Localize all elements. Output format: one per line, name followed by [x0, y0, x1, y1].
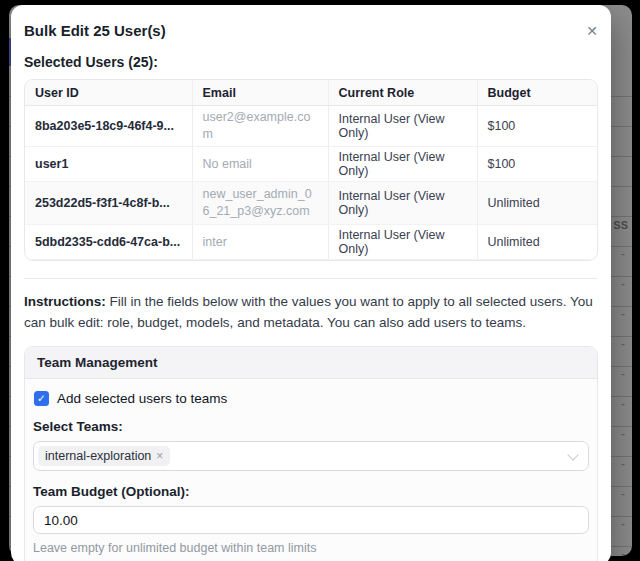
cell-role: Internal User (View Only)	[328, 106, 477, 147]
cell-email: inter	[192, 225, 328, 260]
selected-users-label: Selected Users (25):	[24, 54, 598, 70]
checkbox-label: Add selected users to teams	[57, 391, 227, 406]
backdrop-column-header-fragment: SS	[613, 219, 628, 231]
team-budget-input[interactable]	[33, 506, 589, 534]
team-management-card: Team Management ✓ Add selected users to …	[24, 346, 598, 561]
table-row: user1 No email Internal User (View Only)…	[25, 147, 597, 182]
table-row: 8ba203e5-18c9-46f4-9... user2@example.co…	[25, 106, 597, 147]
cell-role: Internal User (View Only)	[328, 147, 477, 182]
team-tag-label: internal-exploration	[45, 449, 151, 463]
checkbox-checked-icon[interactable]: ✓	[34, 391, 49, 406]
team-budget-label: Team Budget (Optional):	[33, 484, 589, 499]
budget-hint: Leave empty for unlimited budget within …	[33, 541, 589, 555]
close-icon[interactable]: ✕	[586, 24, 598, 38]
section-divider	[24, 278, 598, 279]
backdrop-cell-dash: -	[621, 517, 625, 531]
column-header-email: Email	[192, 80, 328, 106]
backdrop-cell-dash: -	[621, 547, 625, 556]
column-header-budget: Budget	[477, 80, 597, 106]
backdrop-cell-dash: -	[621, 397, 625, 411]
backdrop-cell-dash: -	[621, 337, 625, 351]
team-management-title: Team Management	[25, 347, 597, 379]
modal-header: Bulk Edit 25 User(s) ✕	[24, 5, 598, 41]
cell-email: new_user_admin_06_21_p3@xyz.com	[192, 182, 328, 225]
bulk-edit-modal: Bulk Edit 25 User(s) ✕ Selected Users (2…	[11, 5, 611, 561]
cell-email: internal-user-ui-qa-06-28-	[192, 260, 328, 262]
backdrop-cell-dash: -	[621, 487, 625, 501]
cell-budget: Unlimited	[477, 225, 597, 260]
team-tag: internal-exploration ×	[38, 446, 170, 466]
cell-user-id: 8ba203e5-18c9-46f4-9...	[25, 106, 192, 147]
column-header-user-id: User ID	[25, 80, 192, 106]
backdrop-cell-dash: -	[621, 367, 625, 381]
cell-role	[328, 260, 477, 262]
cell-budget	[477, 260, 597, 262]
backdrop-cell-dash: -	[621, 307, 625, 321]
tag-remove-icon[interactable]: ×	[156, 449, 163, 463]
selected-users-table-container[interactable]: User ID Email Current Role Budget 8ba203…	[24, 79, 598, 261]
cell-budget: $100	[477, 106, 597, 147]
selected-users-table: User ID Email Current Role Budget 8ba203…	[25, 80, 597, 261]
modal-title: Bulk Edit 25 User(s)	[24, 21, 166, 41]
add-users-to-teams-checkbox-row[interactable]: ✓ Add selected users to teams	[33, 391, 589, 406]
cell-user-id: 253d22d5-f3f1-4c8f-b...	[25, 182, 192, 225]
table-row: 5dbd2335-cdd6-47ca-b... inter Internal U…	[25, 225, 597, 260]
chevron-down-icon[interactable]	[567, 449, 578, 460]
cell-role: Internal User (View Only)	[328, 225, 477, 260]
backdrop-cell-dash: -	[621, 457, 625, 471]
backdrop-cell-dash: -	[621, 247, 625, 261]
select-teams-label: Select Teams:	[33, 419, 589, 434]
cell-email: No email	[192, 147, 328, 182]
team-management-body: ✓ Add selected users to teams Select Tea…	[25, 379, 597, 561]
instructions-text: Instructions: Fill in the fields below w…	[24, 291, 598, 333]
backdrop-cell-dash: -	[621, 277, 625, 291]
instructions-label: Instructions:	[24, 294, 106, 309]
table-row: 253d22d5-f3f1-4c8f-b... new_user_admin_0…	[25, 182, 597, 225]
backdrop-cell-dash: -	[621, 427, 625, 441]
cell-email: user2@example.com	[192, 106, 328, 147]
cell-budget: Unlimited	[477, 182, 597, 225]
cell-budget: $100	[477, 147, 597, 182]
cell-user-id: 5dbd2335-cdd6-47ca-b...	[25, 225, 192, 260]
instructions-body: Fill in the fields below with the values…	[24, 294, 593, 330]
table-header-row: User ID Email Current Role Budget	[25, 80, 597, 106]
teams-multiselect[interactable]: internal-exploration ×	[33, 441, 589, 471]
cell-user-id	[25, 260, 192, 262]
cell-user-id: user1	[25, 147, 192, 182]
column-header-current-role: Current Role	[328, 80, 477, 106]
table-row: internal-user-ui-qa-06-28-	[25, 260, 597, 262]
cell-role: Internal User (View Only)	[328, 182, 477, 225]
